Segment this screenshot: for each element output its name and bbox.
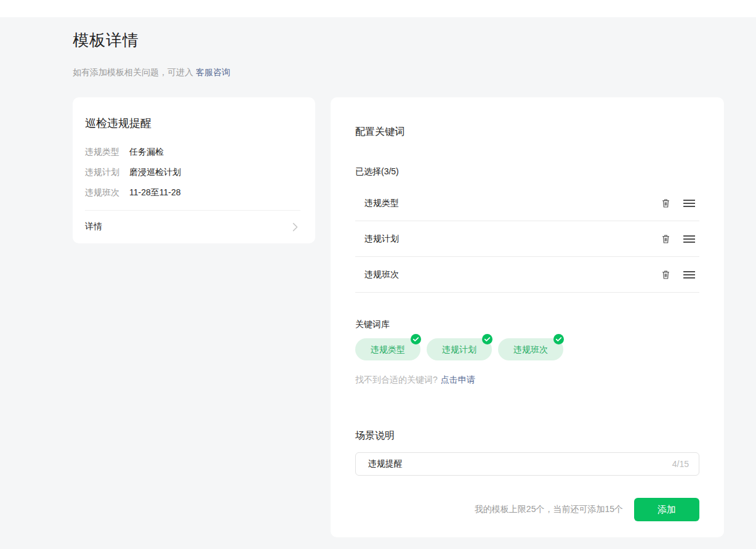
selected-keyword-row: 违规计划: [355, 221, 699, 257]
template-preview-card: 巡检违规提醒 违规类型 任务漏检 违规计划 磨浸巡检计划 违规班次 11-28至…: [73, 97, 315, 243]
keyword-library-label: 关键词库: [355, 319, 699, 330]
template-quota-note: 我的模板上限25个，当前还可添加15个: [475, 504, 623, 515]
template-fields: 违规类型 任务漏检 违规计划 磨浸巡检计划 违规班次 11-28至11-28: [85, 145, 300, 198]
page-background: 模板详情 如有添加模板相关问题，可进入客服咨询 巡检违规提醒 违规类型 任务漏检…: [0, 17, 756, 549]
add-button[interactable]: 添加: [634, 498, 699, 521]
selected-keyword-row: 违规班次: [355, 257, 699, 293]
subtitle-text: 如有添加模板相关问题，可进入: [73, 67, 193, 77]
apply-keyword-link[interactable]: 点击申请: [441, 375, 475, 384]
pill-label: 违规计划: [442, 344, 477, 354]
template-field-row: 违规班次 11-28至11-28: [85, 186, 300, 198]
keyword-hint: 找不到合适的关键词?点击申请: [355, 375, 699, 386]
chevron-right-icon: [292, 222, 298, 232]
selected-check-icon: [553, 334, 564, 344]
trash-icon[interactable]: [661, 269, 671, 280]
selected-keyword-row: 违规类型: [355, 185, 699, 221]
scene-input-value: 违规提醒: [368, 458, 403, 470]
template-field-row: 违规计划 磨浸巡检计划: [85, 166, 300, 178]
row-actions: [661, 198, 696, 209]
template-name: 巡检违规提醒: [85, 116, 300, 131]
scene-section-title: 场景说明: [355, 429, 699, 442]
keyword-name: 违规计划: [364, 234, 399, 245]
trash-icon[interactable]: [661, 198, 671, 209]
keyword-name: 违规类型: [364, 198, 399, 209]
drag-handle-icon[interactable]: [683, 270, 696, 279]
selected-keyword-list: 违规类型 违规计划: [355, 185, 699, 293]
config-section-title: 配置关键词: [355, 126, 699, 139]
card-footer: 我的模板上限25个，当前还可添加15个 添加: [355, 498, 699, 521]
keyword-name: 违规班次: [364, 269, 399, 280]
template-field-row: 违规类型 任务漏检: [85, 145, 300, 158]
char-counter: 4/15: [672, 459, 689, 469]
trash-icon[interactable]: [661, 234, 671, 245]
hint-text: 找不到合适的关键词?: [355, 375, 438, 384]
keyword-config-card: 配置关键词 已选择(3/5) 违规类型 违规计划: [331, 97, 724, 537]
field-value: 11-28至11-28: [129, 186, 181, 198]
page-subtitle: 如有添加模板相关问题，可进入客服咨询: [73, 67, 756, 78]
detail-label: 详情: [85, 221, 102, 232]
keyword-library-list: 违规类型 违规计划 违规班次: [355, 338, 699, 360]
library-keyword-pill[interactable]: 违规类型: [355, 338, 420, 360]
selected-check-icon: [411, 334, 421, 344]
pill-label: 违规类型: [371, 344, 405, 354]
row-actions: [661, 269, 696, 280]
pill-label: 违规班次: [513, 344, 548, 354]
selected-count-label: 已选择(3/5): [355, 166, 699, 177]
field-label: 违规类型: [85, 145, 129, 158]
page-title: 模板详情: [73, 17, 756, 51]
row-actions: [661, 234, 696, 245]
detail-link-row[interactable]: 详情: [85, 211, 300, 232]
drag-handle-icon[interactable]: [683, 199, 696, 208]
customer-service-link[interactable]: 客服咨询: [196, 67, 230, 77]
library-keyword-pill[interactable]: 违规班次: [498, 338, 563, 360]
drag-handle-icon[interactable]: [683, 235, 696, 243]
scene-description-input[interactable]: 违规提醒 4/15: [355, 452, 699, 476]
top-white-bar: [0, 0, 756, 17]
cards-row: 巡检违规提醒 违规类型 任务漏检 违规计划 磨浸巡检计划 违规班次 11-28至…: [73, 97, 756, 537]
selected-check-icon: [482, 334, 493, 344]
library-keyword-pill[interactable]: 违规计划: [427, 338, 492, 360]
field-value: 磨浸巡检计划: [129, 166, 181, 178]
field-label: 违规班次: [85, 186, 129, 198]
field-label: 违规计划: [85, 166, 129, 178]
field-value: 任务漏检: [129, 145, 164, 158]
